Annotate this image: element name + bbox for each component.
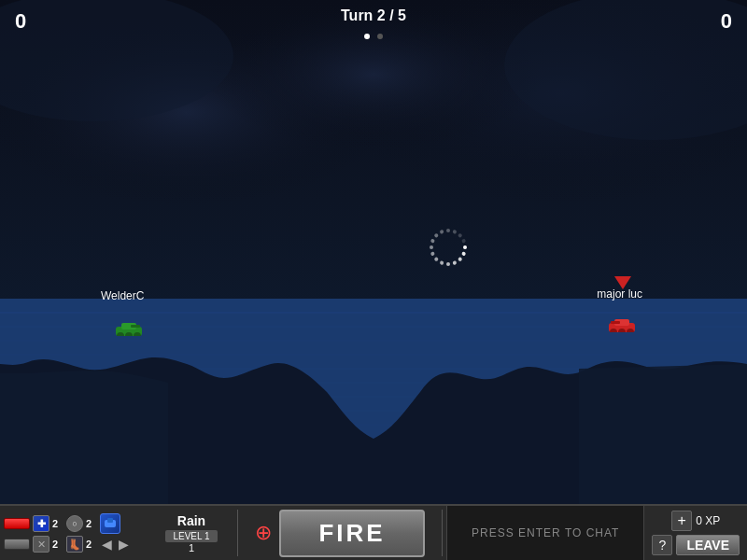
- question-button[interactable]: ?: [652, 535, 672, 555]
- chat-area[interactable]: PRESS ENTER TO CHAT: [446, 506, 644, 560]
- weapon-icon[interactable]: [100, 513, 120, 534]
- svg-rect-44: [611, 321, 620, 324]
- hud-divider-1: [237, 510, 238, 556]
- score-right: 0: [721, 9, 732, 34]
- svg-rect-49: [107, 518, 113, 523]
- target-icon: ⊕: [255, 521, 272, 545]
- svg-rect-38: [131, 325, 140, 328]
- svg-point-17: [446, 229, 450, 232]
- leave-row: ? LEAVE: [652, 535, 740, 555]
- svg-point-18: [452, 230, 457, 234]
- cross-item-icon[interactable]: ✚: [33, 515, 49, 532]
- turn-dot-1: [364, 34, 370, 39]
- svg-point-15: [433, 232, 439, 238]
- weapon-level: LEVEL 1: [165, 530, 217, 542]
- chat-prompt-label: PRESS ENTER TO CHAT: [472, 526, 619, 539]
- hud-divider-2: [442, 510, 443, 556]
- hud-row-2: ✕ 2 👢 2 ◀ ▶: [4, 536, 131, 553]
- tool-item-count: 2: [52, 539, 63, 550]
- fire-button[interactable]: FIRE: [279, 510, 424, 557]
- svg-point-16: [439, 230, 444, 234]
- svg-marker-35: [614, 276, 631, 289]
- weapon-prev-arrow[interactable]: ◀: [100, 537, 114, 552]
- terrain: [0, 243, 747, 504]
- turn-indicator: Turn 2 / 5: [341, 7, 406, 43]
- turn-label: Turn 2 / 5: [341, 7, 406, 24]
- fire-button-label: FIRE: [318, 519, 385, 547]
- cross-item-count: 2: [52, 518, 63, 529]
- turn-dot-2: [377, 34, 383, 39]
- tank-right: [607, 317, 637, 336]
- circle-item-icon[interactable]: ○: [66, 515, 83, 532]
- hud-left-panel: ✚ 2 ○ 2 ✕ 2 👢 2 ◀ ▶: [0, 511, 149, 554]
- svg-point-19: [458, 232, 463, 238]
- boots-item-icon[interactable]: 👢: [66, 536, 83, 553]
- player-left-label: WelderC: [101, 289, 144, 302]
- score-left: 0: [15, 9, 26, 34]
- game-area: 0 0 Turn 2 / 5: [0, 0, 747, 504]
- xp-row: + 0 XP: [671, 511, 720, 531]
- hud-right-panel: + 0 XP ? LEAVE: [644, 507, 747, 559]
- hud: ✚ 2 ○ 2 ✕ 2 👢 2 ◀ ▶ Rain LEVEL 1 1: [0, 504, 747, 560]
- circle-item-count: 2: [86, 518, 97, 529]
- xp-display: 0 XP: [696, 514, 720, 527]
- player-right-arrow: [614, 276, 631, 293]
- fire-section: ⊕ FIRE: [242, 510, 438, 557]
- tank-left: [114, 321, 144, 340]
- weapon-area: Rain LEVEL 1 1: [149, 513, 233, 553]
- shield-bar: [4, 539, 30, 550]
- leave-button[interactable]: LEAVE: [676, 535, 740, 555]
- weapon-next-arrow[interactable]: ▶: [117, 537, 131, 552]
- plus-button[interactable]: +: [671, 511, 692, 531]
- weapon-name: Rain: [177, 513, 205, 528]
- boots-item-count: 2: [86, 539, 97, 550]
- weapon-count: 1: [189, 542, 194, 553]
- tool-item-icon[interactable]: ✕: [33, 536, 49, 553]
- health-bar: [4, 518, 30, 529]
- turn-dots: [341, 26, 406, 43]
- hud-row-1: ✚ 2 ○ 2: [4, 513, 120, 534]
